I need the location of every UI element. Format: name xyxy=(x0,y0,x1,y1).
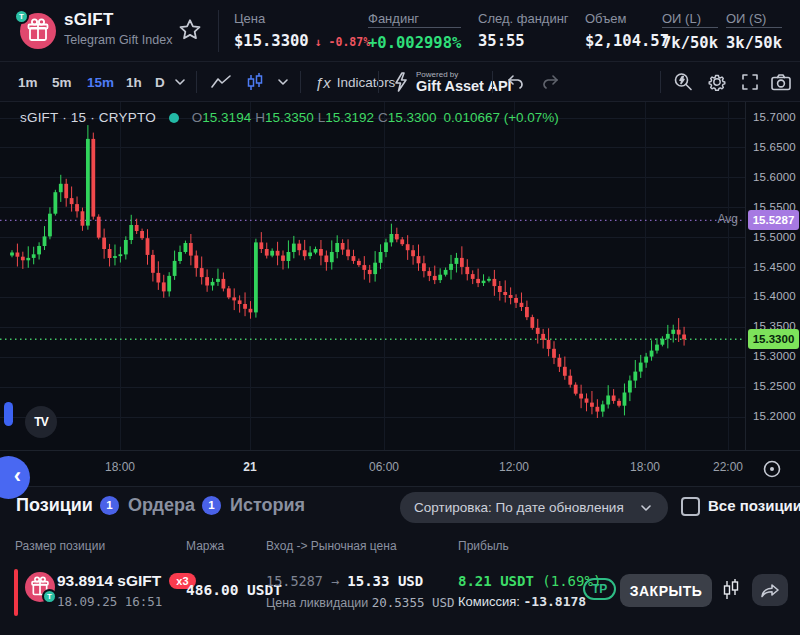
candlestick-chart[interactable]: sGIFT · 15 · CRYPTO O15.3194H15.3350L15.… xyxy=(0,102,800,450)
share-position-button[interactable] xyxy=(752,574,788,606)
tab-history[interactable]: История xyxy=(230,495,305,516)
telegram-badge-icon: T xyxy=(14,9,29,24)
next-funding-value: 35:55 xyxy=(478,32,569,50)
stat-funding[interactable]: Фандинг +0.002998% xyxy=(368,11,461,52)
candle-chart-type-icon[interactable] xyxy=(245,62,265,102)
column-profit: Прибыль xyxy=(458,539,509,553)
position-asset-icon: T xyxy=(25,572,55,602)
positions-panel: Позиции1 Ордера1 История Сортировка: По … xyxy=(0,486,800,635)
arrow-right-icon: → xyxy=(331,573,339,589)
drawing-toolbar-handle[interactable] xyxy=(4,402,13,426)
price-change: -0.87% xyxy=(329,35,371,49)
stat-oi-short[interactable]: ОИ (S) 3k/50k xyxy=(726,11,782,52)
market-price: 15.33 USD xyxy=(347,573,423,589)
show-on-chart-icon[interactable] xyxy=(722,578,740,606)
interval-15m[interactable]: 15m xyxy=(87,62,114,102)
trading-app: T sGIFT Telegram Gift Index Цена $15.330… xyxy=(0,0,800,635)
interval-5m[interactable]: 5m xyxy=(52,62,72,102)
price-tick: 15.3000 xyxy=(753,350,796,362)
price-tick: 15.2500 xyxy=(753,380,796,392)
liquidation-label: Цена ликвидации xyxy=(266,596,368,610)
interval-1m[interactable]: 1m xyxy=(18,62,38,102)
price-tick: 15.4500 xyxy=(753,261,796,273)
time-tick: 22:00 xyxy=(713,460,743,474)
legend-low: 15.3192 xyxy=(325,110,374,125)
time-tick: 18:00 xyxy=(630,460,660,474)
all-positions-checkbox[interactable] xyxy=(681,497,700,516)
price-tick: 15.5000 xyxy=(753,231,796,243)
oi-long-value: 7k/50k xyxy=(662,34,718,52)
all-positions-label: Все позиции xyxy=(708,497,800,514)
volume-value: $2,104.57 xyxy=(585,32,669,50)
tab-orders[interactable]: Ордера1 xyxy=(128,495,221,516)
price-axis[interactable]: 15.700015.650015.600015.550015.500015.45… xyxy=(745,102,800,450)
price-arrow-icon: ↓ xyxy=(315,35,322,49)
telegram-badge-icon: T xyxy=(42,589,57,604)
legend-open: 15.3194 xyxy=(202,110,251,125)
settings-gear-icon[interactable] xyxy=(706,62,728,102)
last-price-badge: 15.3300 xyxy=(748,329,799,349)
quick-search-icon[interactable] xyxy=(672,62,694,102)
fee-label: Комиссия: xyxy=(458,594,520,609)
position-datetime: 18.09.25 16:51 xyxy=(57,594,162,609)
line-chart-type-icon[interactable] xyxy=(210,62,232,102)
share-arrow-icon xyxy=(760,581,780,599)
fx-icon: ƒx xyxy=(315,74,331,91)
price-tick: 15.7000 xyxy=(753,111,796,123)
redo-icon[interactable] xyxy=(540,62,560,102)
data-status-dot-icon xyxy=(169,113,179,123)
pnl-value: 8.21 xyxy=(458,573,492,589)
fullscreen-icon[interactable] xyxy=(740,62,760,102)
price-tick: 15.6000 xyxy=(753,171,796,183)
chart-plot[interactable] xyxy=(0,102,745,450)
stat-next-funding: След. фандинг 35:55 xyxy=(478,11,569,50)
avg-line-label: Avg xyxy=(718,212,738,226)
page-subtitle: Telegram Gift Index xyxy=(64,33,172,47)
page-title: sGIFT xyxy=(64,10,172,30)
legend-close: 15.3300 xyxy=(388,110,437,125)
take-profit-badge[interactable]: TP xyxy=(583,578,616,600)
column-margin: Маржа xyxy=(186,539,224,553)
legend-change: 0.010667 (+0.07%) xyxy=(444,110,559,125)
chevron-left-icon: ‹ xyxy=(14,463,21,489)
funding-value: +0.002998% xyxy=(368,34,461,52)
header-divider xyxy=(218,10,219,52)
favorite-star-icon[interactable] xyxy=(176,17,204,45)
header: T sGIFT Telegram Gift Index Цена $15.330… xyxy=(0,0,800,62)
position-side-indicator xyxy=(14,569,18,616)
tab-positions[interactable]: Позиции1 xyxy=(16,495,119,516)
lightning-bolt-icon xyxy=(392,71,410,93)
time-axis[interactable]: 18:002106:0012:0018:0022:00 xyxy=(0,450,800,486)
time-tick: 06:00 xyxy=(369,460,399,474)
price-tick: 15.4000 xyxy=(753,290,796,302)
interval-1h[interactable]: 1h xyxy=(126,62,142,102)
camera-screenshot-icon[interactable] xyxy=(770,62,792,102)
pnl-currency: USDT xyxy=(500,573,534,589)
tradingview-logo[interactable]: TV xyxy=(25,406,57,438)
chart-type-chevron-down-icon[interactable] xyxy=(275,62,291,102)
interval-d[interactable]: D xyxy=(155,62,165,102)
chart-toolbar: 1m 5m 15m 1h D ƒx Indicators xyxy=(0,62,800,102)
entry-price: 15.5287 xyxy=(266,573,323,589)
position-size: 93.8914 sGIFT xyxy=(57,572,161,590)
stat-oi-long[interactable]: ОИ (L) 7k/50k xyxy=(662,11,718,52)
position-row[interactable]: T 93.8914 sGIFT x3 18.09.25 16:51 486.00… xyxy=(0,566,800,622)
legend-high: 15.3350 xyxy=(265,110,314,125)
sgift-logo-icon: T xyxy=(16,11,56,51)
close-position-button[interactable]: ЗАКРЫТЬ xyxy=(620,574,712,607)
time-tick: 18:00 xyxy=(105,460,135,474)
price-tick: 15.2000 xyxy=(753,410,796,422)
undo-icon[interactable] xyxy=(506,62,526,102)
fee-value: -13.8178 xyxy=(524,594,587,609)
powered-by-gift-asset-api[interactable]: Powered by Gift Asset API xyxy=(392,62,512,102)
oi-short-value: 3k/50k xyxy=(726,34,782,52)
sort-dropdown[interactable]: Сортировка: По дате обновления xyxy=(400,492,668,523)
column-size: Размер позиции xyxy=(15,539,105,553)
scroll-to-realtime-icon[interactable] xyxy=(762,459,782,483)
time-tick: 21 xyxy=(243,460,256,474)
orders-count-badge: 1 xyxy=(202,496,221,515)
indicators-button[interactable]: ƒx Indicators xyxy=(315,62,395,102)
time-tick: 12:00 xyxy=(499,460,529,474)
interval-chevron-down-icon[interactable] xyxy=(172,62,188,102)
chart-legend: sGIFT · 15 · CRYPTO O15.3194H15.3350L15.… xyxy=(20,110,559,125)
